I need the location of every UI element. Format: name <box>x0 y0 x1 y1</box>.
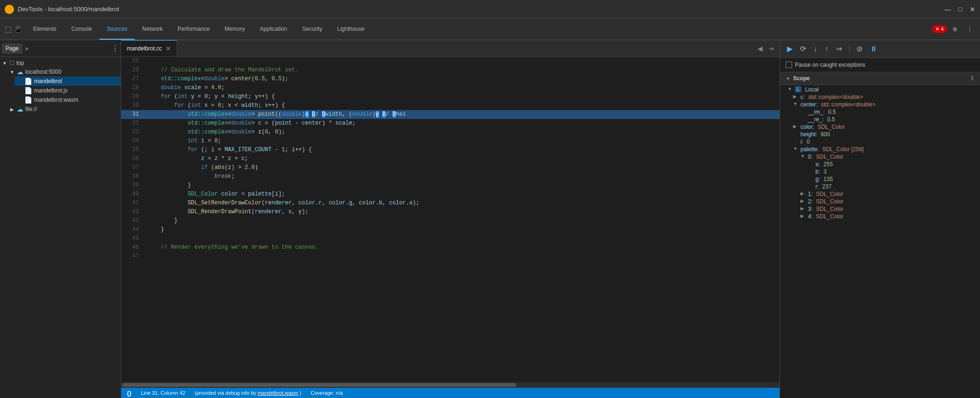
scope-item-im[interactable]: __im_: 0.5 <box>780 108 980 116</box>
devtools-icon: 🔶 <box>5 5 14 14</box>
tree-item-localhost[interactable]: ▼ ☁ localhost:5000 <box>7 67 121 77</box>
i-key: i: <box>801 139 805 145</box>
nav-tab-performance[interactable]: Performance <box>170 19 217 40</box>
nav-tab-sources[interactable]: Sources <box>99 19 135 40</box>
scope-item-a[interactable]: a: 255 <box>780 161 980 168</box>
line-num-26: 26 <box>121 66 144 75</box>
scope-item-height[interactable]: height: 600 <box>780 131 980 138</box>
tree-item-mandelbrot-wasm[interactable]: 📄 mandelbrot.wasm <box>15 95 121 105</box>
palette-0-arrow: ▼ <box>801 154 806 159</box>
step-into-button[interactable]: ↓ <box>811 43 820 55</box>
scope-item-palette-1[interactable]: ▶ 1: SDL_Color <box>780 190 980 198</box>
tree-item-mandelbrot[interactable]: 📄 mandelbrot <box>15 77 121 86</box>
code-line-44: } <box>144 225 780 234</box>
line-num-28: 28 <box>121 84 144 92</box>
nav-tab-elements[interactable]: Elements <box>26 19 64 40</box>
palette-2-arrow: ▶ <box>801 198 806 203</box>
tab-close-button[interactable]: ✕ <box>166 45 171 52</box>
step-over-button[interactable]: ⟳ <box>798 43 808 55</box>
line-num-46: 46 <box>121 243 144 252</box>
window-controls[interactable]: — □ ✕ <box>945 6 975 13</box>
scope-item-palette-2[interactable]: ▶ 2: SDL_Color <box>780 198 980 205</box>
code-editor[interactable]: 25 26 27 28 29 30 31 32 33 34 35 36 37 3… <box>121 57 780 382</box>
scope-item-color[interactable]: ▶ color: SDL_Color <box>780 123 980 131</box>
settings-button[interactable]: ⚙ <box>949 24 961 35</box>
tree-item-file[interactable]: ▶ ☁ file:// <box>7 105 121 114</box>
toolbar-separator <box>849 45 849 53</box>
nav-tab-network[interactable]: Network <box>135 19 170 40</box>
step-button[interactable]: ⇒ <box>834 43 844 55</box>
horizontal-scrollbar[interactable] <box>121 382 780 388</box>
line-num-27: 27 <box>121 75 144 84</box>
nav-tab-console[interactable]: Console <box>64 19 99 40</box>
center-arrow: ▼ <box>793 101 799 106</box>
error-badge[interactable]: ✕ 4 <box>932 25 947 33</box>
c-arrow: ▶ <box>793 94 799 99</box>
code-line-45 <box>144 234 780 243</box>
palette-3-key: 3: <box>808 206 814 212</box>
palette-val: SDL_Color [256] <box>822 146 864 153</box>
tree-label-mandelbrot-wasm: mandelbrot.wasm <box>34 97 78 103</box>
palette-3-arrow: ▶ <box>801 206 806 211</box>
code-line-34: int i = 0; <box>144 137 780 146</box>
scope-item-r[interactable]: r: 237 <box>780 183 980 190</box>
editor-statusbar: {} Line 31, Column 42 (provided via debu… <box>121 388 780 398</box>
scope-item-g[interactable]: g: 135 <box>780 175 980 183</box>
source-link[interactable]: mandelbrot.wasm <box>258 390 298 396</box>
titlebar: 🔶 DevTools - localhost:5000/mandelbrot —… <box>0 0 980 19</box>
code-line-27: std::complex<double> center(0.5, 0.5); <box>144 75 780 84</box>
height-val: 600 <box>821 131 830 138</box>
more-tabs-icon[interactable]: » <box>25 45 28 52</box>
panel-dots-icon[interactable]: ⋮ <box>111 44 119 53</box>
scope-item-palette-4[interactable]: ▶ 4: SDL_Color <box>780 213 980 220</box>
inspect-icon[interactable]: ⬚ <box>5 25 12 34</box>
deactivate-button[interactable]: ⊘ <box>854 43 865 55</box>
pause-exceptions-checkbox[interactable] <box>786 62 792 68</box>
close-button[interactable]: ✕ <box>970 6 975 13</box>
nav-tab-lighthouse[interactable]: Lighthouse <box>330 19 372 40</box>
format-button[interactable]: ⇥ <box>766 44 776 53</box>
scope-local-header[interactable]: ▼ L Local <box>780 86 980 93</box>
nav-tab-security[interactable]: Security <box>295 19 330 40</box>
resume-button[interactable]: ▶ <box>785 43 795 55</box>
height-key: height: <box>801 131 819 138</box>
color-arrow: ▶ <box>793 124 799 129</box>
scope-item-palette-3[interactable]: ▶ 3: SDL_Color <box>780 205 980 213</box>
format-icon[interactable]: {} <box>127 390 131 397</box>
code-content[interactable]: // Calculate and draw the Mandelbrot set… <box>144 57 780 382</box>
nav-tab-memory[interactable]: Memory <box>217 19 252 40</box>
collapse-nav-button[interactable]: ◀ <box>756 44 765 53</box>
scope-item-i[interactable]: i: 0 <box>780 138 980 146</box>
more-button[interactable]: ⋮ <box>963 24 976 35</box>
minimize-button[interactable]: — <box>945 6 951 13</box>
scope-item-center[interactable]: ▼ center: std::complex<double> <box>780 101 980 108</box>
scroll-thumb[interactable] <box>122 383 516 387</box>
scope-header[interactable]: ▼ Scope ⊼ <box>780 72 980 85</box>
palette-1-val: SDL_Color <box>816 191 843 197</box>
scope-item-b[interactable]: b: 3 <box>780 168 980 175</box>
line-num-25: 25 <box>121 57 144 66</box>
step-out-button[interactable]: ↑ <box>822 43 831 55</box>
nav-tab-application[interactable]: Application <box>252 19 295 40</box>
maximize-button[interactable]: □ <box>959 6 962 13</box>
tab-page[interactable]: Page <box>2 43 22 54</box>
tree-item-mandelbrot-js[interactable]: 📄 mandelbrot.js <box>15 86 121 95</box>
pause-button[interactable]: ⏸ <box>868 43 880 55</box>
titlebar-left: 🔶 DevTools - localhost:5000/mandelbrot <box>5 5 119 14</box>
line-num-40: 40 <box>121 190 144 199</box>
line-num-35: 35 <box>121 146 144 154</box>
scope-header-left: ▼ Scope <box>786 75 810 82</box>
scope-item-palette[interactable]: ▼ palette: SDL_Color [256] <box>780 146 980 153</box>
scope-collapse-button[interactable]: ⊼ <box>970 75 974 82</box>
source-info: (provided via debug info by mandelbrot.w… <box>195 390 302 396</box>
a-val: 255 <box>823 161 833 168</box>
scope-item-c[interactable]: ▶ c: std::complex<double> <box>780 93 980 101</box>
editor-tab-mandelbrot-cc[interactable]: mandelbrot.cc ✕ <box>121 40 177 56</box>
tree-item-top[interactable]: ▼ ☐ top <box>0 59 121 67</box>
scope-item-palette-0[interactable]: ▼ 0: SDL_Color <box>780 153 980 161</box>
frame-icon: ☐ <box>9 60 14 66</box>
pause-exceptions-label: Pause on caught exceptions <box>795 62 865 68</box>
scope-item-re[interactable]: __re_: 0.5 <box>780 116 980 123</box>
device-icon[interactable]: 📱 <box>14 25 23 34</box>
tree-label-file: file:// <box>25 106 37 112</box>
